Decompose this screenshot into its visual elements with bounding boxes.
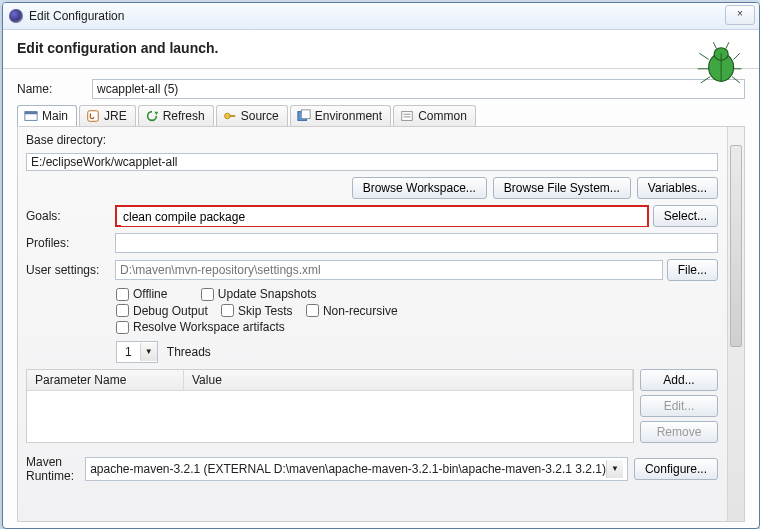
browse-filesystem-button[interactable]: Browse File System... [493,177,631,199]
dialog-content: Name: Main JRE [3,69,759,528]
param-name-header[interactable]: Parameter Name [27,370,184,390]
param-add-button[interactable]: Add... [640,369,718,391]
tab-main-label: Main [42,109,68,123]
offline-check[interactable]: Offline [116,287,167,301]
goals-input[interactable] [121,208,647,226]
svg-point-15 [224,113,230,119]
name-label: Name: [17,82,92,96]
variables-button[interactable]: Variables... [637,177,718,199]
debug-output-check[interactable]: Debug Output [116,304,208,318]
resolve-workspace-check[interactable]: Resolve Workspace artifacts [116,320,285,334]
goals-row: Goals: Select... [26,205,718,227]
browse-workspace-button[interactable]: Browse Workspace... [352,177,487,199]
refresh-tab-icon [145,109,159,123]
user-settings-row: User settings: File... [26,259,718,281]
parameter-table-body[interactable] [27,391,633,442]
base-directory-input[interactable] [26,153,718,171]
non-recursive-label: Non-recursive [323,304,398,318]
profiles-label: Profiles: [26,236,111,250]
env-tab-icon [297,109,311,123]
dialog-window: Edit Configuration × Edit configuration … [2,2,760,529]
svg-rect-18 [301,110,310,119]
maven-runtime-row: Maven Runtime: apache-maven-3.2.1 (EXTER… [26,449,718,483]
svg-rect-19 [402,112,413,121]
window-controls: × [725,5,755,25]
svg-line-5 [701,77,710,83]
offline-check-label: Offline [133,287,167,301]
tab-jre[interactable]: JRE [79,105,136,126]
goals-label: Goals: [26,209,111,223]
goals-highlight [115,205,649,227]
svg-line-3 [699,53,708,59]
panel-scroll-thumb[interactable] [730,145,742,347]
base-dir-buttons: Browse Workspace... Browse File System..… [26,177,718,199]
svg-rect-12 [25,112,37,115]
dialog-header: Edit configuration and launch. [3,30,759,69]
main-tab-panel: Base directory: Browse Workspace... Brow… [17,126,745,522]
titlebar[interactable]: Edit Configuration × [3,3,759,30]
bug-icon [693,36,743,86]
skip-tests-check[interactable]: Skip Tests [221,304,292,318]
param-edit-button[interactable]: Edit... [640,395,718,417]
tab-environment[interactable]: Environment [290,105,391,126]
svg-line-10 [726,42,729,48]
jre-tab-icon [86,109,100,123]
tab-env-label: Environment [315,109,382,123]
tab-strip: Main JRE Refresh [17,105,745,126]
param-remove-button[interactable]: Remove [640,421,718,443]
maven-runtime-value: apache-maven-3.2.1 (EXTERNAL D:\maven\ap… [90,462,606,476]
threads-label: Threads [167,345,211,359]
svg-marker-14 [154,112,158,116]
window-title: Edit Configuration [29,9,124,23]
parameter-table[interactable]: Parameter Name Value [26,369,634,443]
dialog-subtitle: Edit configuration and launch. [17,40,745,56]
tab-common[interactable]: Common [393,105,476,126]
update-snapshots-check[interactable]: Update Snapshots [201,287,317,301]
eclipse-icon [9,9,23,23]
svg-rect-16 [230,115,235,117]
maven-runtime-combo[interactable]: apache-maven-3.2.1 (EXTERNAL D:\maven\ap… [85,457,628,481]
tab-common-label: Common [418,109,467,123]
user-settings-file-button[interactable]: File... [667,259,718,281]
configure-button[interactable]: Configure... [634,458,718,480]
name-row: Name: [17,79,745,99]
tab-source[interactable]: Source [216,105,288,126]
tab-main[interactable]: Main [17,105,77,126]
resolve-workspace-label: Resolve Workspace artifacts [133,320,285,334]
svg-line-9 [713,42,716,48]
debug-output-label: Debug Output [133,304,208,318]
main-tab-icon [24,109,38,123]
svg-line-6 [734,53,740,59]
parameter-buttons: Add... Edit... Remove [640,369,718,443]
goals-select-button[interactable]: Select... [653,205,718,227]
tab-source-label: Source [241,109,279,123]
profiles-row: Profiles: [26,233,718,253]
base-directory-label: Base directory: [26,133,718,147]
checkbox-group: Offline Update Snapshots Debug Output Sk… [26,287,718,363]
skip-tests-label: Skip Tests [238,304,292,318]
parameter-table-header: Parameter Name Value [27,370,633,391]
maven-runtime-label: Maven Runtime: [26,455,79,483]
chevron-down-icon[interactable]: ▼ [140,343,157,361]
param-value-header[interactable]: Value [184,370,633,390]
profiles-input[interactable] [115,233,718,253]
user-settings-label: User settings: [26,263,111,277]
svg-rect-13 [88,111,99,122]
update-snapshots-label: Update Snapshots [218,287,317,301]
tab-jre-label: JRE [104,109,127,123]
tab-refresh-label: Refresh [163,109,205,123]
source-tab-icon [223,109,237,123]
threads-spinner[interactable]: 1 ▼ [116,341,158,363]
tab-refresh[interactable]: Refresh [138,105,214,126]
name-input[interactable] [92,79,745,99]
threads-value: 1 [117,345,140,359]
parameter-area: Parameter Name Value Add... Edit... Remo… [26,369,718,443]
close-button[interactable]: × [725,5,755,25]
user-settings-input[interactable] [115,260,663,280]
panel-scrollbar[interactable] [727,127,744,521]
main-tab-inner: Base directory: Browse Workspace... Brow… [26,133,736,483]
chevron-down-icon[interactable]: ▼ [606,460,623,478]
common-tab-icon [400,109,414,123]
svg-line-8 [732,77,740,83]
non-recursive-check[interactable]: Non-recursive [306,304,398,318]
